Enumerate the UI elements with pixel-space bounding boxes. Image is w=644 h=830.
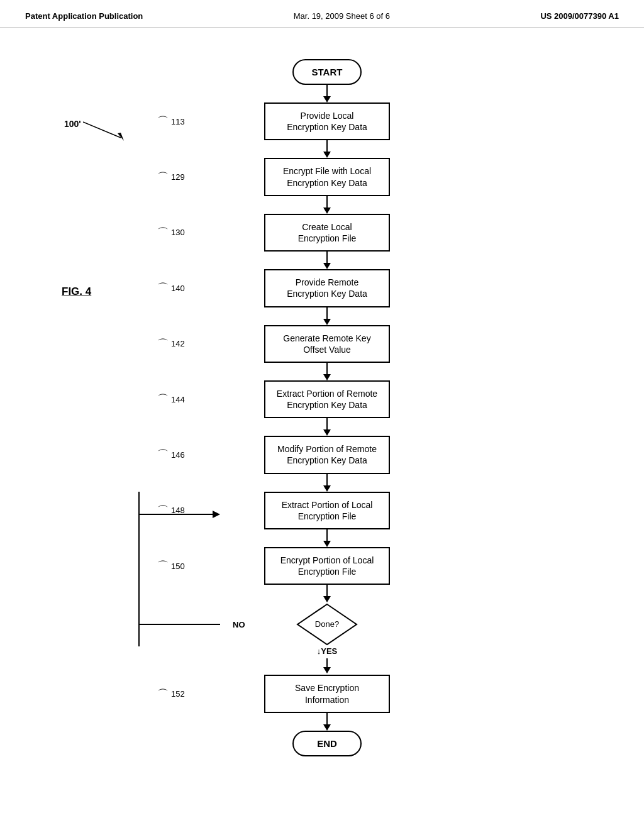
label-146: ⌒ 146 (157, 449, 185, 460)
svg-marker-7 (323, 208, 331, 214)
arrow-6 (220, 363, 434, 380)
step-148-row: ⌒ 148 Extract Portion of LocalEncryption… (220, 492, 434, 529)
yes-section: ↓YES (220, 646, 434, 657)
step-140: Provide RemoteEncryption Key Data (264, 269, 390, 307)
label-144: ⌒ 144 (157, 394, 185, 405)
svg-marker-17 (323, 485, 331, 492)
step-113-row: ⌒ 113 Provide LocalEncryption Key Data (220, 102, 434, 140)
arrow-10 (220, 585, 434, 602)
svg-marker-3 (323, 96, 331, 102)
label-113: ⌒ 113 (157, 116, 185, 127)
step-146: Modify Portion of RemoteEncryption Key D… (264, 436, 390, 473)
flowchart: START ⌒ 113 Provide LocalEncryption Key … (220, 59, 434, 756)
label-140: ⌒ 140 (157, 282, 185, 294)
svg-marker-9 (323, 263, 331, 269)
svg-marker-29 (323, 667, 331, 673)
end-oval: END (292, 731, 362, 756)
figure-label: FIG. 4 (62, 285, 91, 298)
svg-marker-27 (213, 511, 220, 518)
arrow-12 (220, 713, 434, 731)
diagram-area: 100' FIG. 4 START ⌒ 113 (25, 53, 619, 756)
arrow-7 (220, 418, 434, 436)
svg-text:Done?: Done? (315, 619, 339, 629)
arrow-9 (220, 529, 434, 547)
loop-section: ⌒ 148 Extract Portion of LocalEncryption… (220, 492, 434, 647)
loop-top-arrow (138, 508, 223, 521)
svg-line-0 (83, 122, 121, 138)
svg-marker-21 (323, 596, 331, 602)
step-144-row: ⌒ 144 Extract Portion of RemoteEncryptio… (220, 380, 434, 418)
diamond-svg: Done? (296, 602, 358, 646)
arrow-1 (220, 85, 434, 102)
label-130: ⌒ 130 (157, 227, 185, 238)
yes-label: ↓YES (317, 646, 338, 656)
arrow-11 (220, 657, 434, 675)
step-142: Generate Remote KeyOffset Value (264, 325, 390, 363)
label-150: ⌒ 150 (157, 560, 185, 572)
label-142: ⌒ 142 (157, 338, 185, 350)
header-center: Mar. 19, 2009 Sheet 6 of 6 (294, 11, 390, 21)
step-146-row: ⌒ 146 Modify Portion of RemoteEncryption… (220, 436, 434, 473)
label-152: ⌒ 152 (157, 689, 185, 700)
arrow-2 (220, 140, 434, 158)
step-113: Provide LocalEncryption Key Data (264, 102, 390, 140)
svg-marker-13 (323, 374, 331, 380)
svg-marker-31 (323, 724, 331, 731)
diamond-row: NO Done? (220, 602, 434, 646)
arrow-3 (220, 196, 434, 214)
arrow-5 (220, 307, 434, 325)
svg-marker-11 (323, 319, 331, 325)
header-right: US 2009/0077390 A1 (540, 11, 619, 21)
start-node: START (220, 59, 434, 85)
arrow-4 (220, 252, 434, 269)
no-arrow-horizontal (138, 624, 220, 625)
step-150-row: ⌒ 150 Encrypt Portion of LocalEncryption… (220, 547, 434, 585)
step-152: Save EncryptionInformation (264, 675, 390, 712)
page-header: Patent Application Publication Mar. 19, … (0, 0, 644, 28)
svg-marker-15 (323, 429, 331, 436)
svg-marker-19 (323, 541, 331, 547)
step-130: Create LocalEncryption File (264, 214, 390, 252)
step-152-row: ⌒ 152 Save EncryptionInformation (220, 675, 434, 712)
arrow-8 (220, 474, 434, 492)
ref-100-label: 100' (64, 119, 81, 129)
ref-arrow (83, 116, 140, 141)
label-129: ⌒ 129 (157, 172, 185, 183)
step-130-row: ⌒ 130 Create LocalEncryption File (220, 214, 434, 252)
end-node: END (220, 731, 434, 756)
start-oval: START (292, 59, 362, 85)
step-142-row: ⌒ 142 Generate Remote KeyOffset Value (220, 325, 434, 363)
step-140-row: ⌒ 140 Provide RemoteEncryption Key Data (220, 269, 434, 307)
step-129: Encrypt File with LocalEncryption Key Da… (264, 158, 390, 196)
header-left: Patent Application Publication (25, 11, 143, 21)
step-150: Encrypt Portion of LocalEncryption File (264, 547, 390, 585)
svg-marker-5 (323, 152, 331, 158)
step-148: Extract Portion of LocalEncryption File (264, 492, 390, 529)
no-label: NO (233, 620, 245, 629)
step-129-row: ⌒ 129 Encrypt File with LocalEncryption … (220, 158, 434, 196)
step-144: Extract Portion of RemoteEncryption Key … (264, 380, 390, 418)
main-content: 100' FIG. 4 START ⌒ 113 (0, 28, 644, 775)
diamond-shape: Done? (296, 602, 358, 646)
